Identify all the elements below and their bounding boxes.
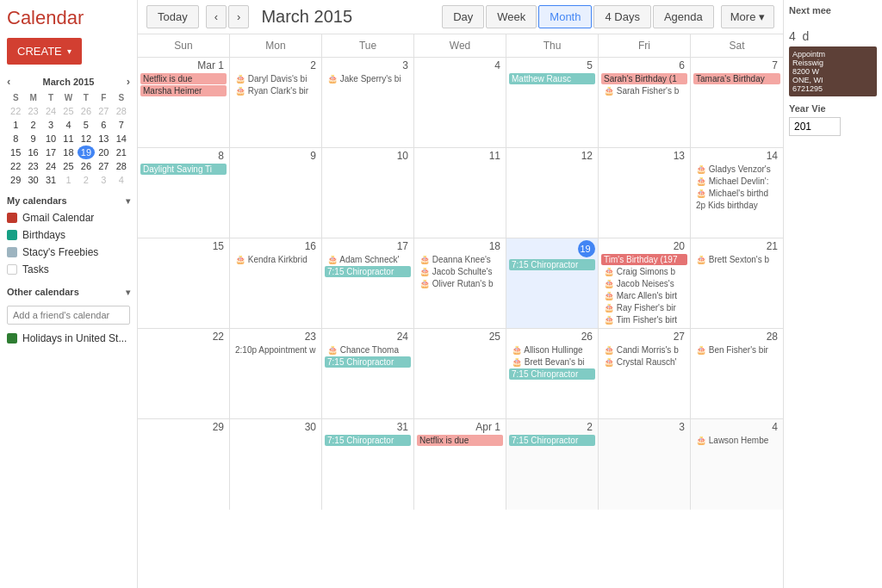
view-btn-agenda[interactable]: Agenda [653, 5, 714, 28]
mini-cal-day[interactable]: 19 [78, 145, 95, 159]
mini-cal-day[interactable]: 28 [113, 104, 130, 118]
calendar-event[interactable]: 🎂 Chance Thoma [325, 344, 411, 356]
mini-cal-day[interactable]: 21 [113, 145, 130, 159]
next-button[interactable]: › [228, 5, 249, 28]
calendar-event[interactable]: 7:15 Chiropractor [509, 259, 595, 270]
mini-cal-day[interactable]: 2 [24, 118, 41, 132]
mini-cal-day[interactable]: 8 [7, 132, 24, 145]
calendar-event[interactable]: 🎂 Crystal Rausch' [601, 356, 687, 368]
calendar-event[interactable]: 🎂 Jake Sperry's bi [325, 73, 411, 84]
calendar-day[interactable]: 18🎂 Deanna Knee's🎂 Jacob Schulte's🎂 Oliv… [414, 238, 506, 328]
calendar-event[interactable]: Tim's Birthday (197 [601, 254, 687, 265]
more-button[interactable]: More ▾ [721, 5, 774, 28]
calendar-day[interactable]: 16🎂 Kendra Kirkbrid [230, 238, 322, 328]
calendar-event[interactable]: 7:15 Chiropractor [509, 435, 595, 446]
calendar-day[interactable]: 12 [506, 148, 599, 238]
mini-cal-day[interactable]: 26 [78, 104, 95, 118]
mini-cal-day[interactable]: 9 [24, 132, 41, 145]
calendar-event[interactable]: 7:15 Chiropractor [325, 435, 411, 446]
mini-cal-day[interactable]: 27 [95, 104, 112, 118]
mini-cal-day[interactable]: 11 [59, 132, 77, 145]
mini-cal-day[interactable]: 12 [78, 132, 95, 145]
mini-cal-day[interactable]: 28 [113, 159, 130, 173]
calendar-event[interactable]: 🎂 Sarah Fisher's b [601, 85, 687, 96]
calendar-event[interactable]: Marsha Heimer [140, 85, 227, 96]
mini-cal-day[interactable]: 16 [24, 145, 41, 159]
mini-cal-day[interactable]: 22 [7, 159, 24, 173]
calendar-day[interactable]: 10 [322, 148, 414, 238]
calendar-event[interactable]: 🎂 Oliver Rutan's b [417, 278, 503, 289]
my-calendar-item[interactable]: Birthdays [7, 226, 130, 244]
mini-cal-day[interactable]: 5 [78, 118, 95, 132]
mini-cal-day[interactable]: 20 [95, 145, 112, 159]
mini-cal-day[interactable]: 27 [95, 159, 112, 173]
calendar-event[interactable]: 7:15 Chiropractor [509, 368, 595, 380]
calendar-day[interactable]: 25 [414, 329, 506, 418]
mini-cal-day[interactable]: 13 [95, 132, 112, 145]
calendar-event[interactable]: 🎂 Gladys Venzor's [693, 164, 780, 175]
calendar-day[interactable]: 3🎂 Jake Sperry's bi [322, 58, 414, 147]
calendar-event[interactable]: 7:15 Chiropractor [325, 266, 411, 277]
my-calendar-item[interactable]: Stacy's Freebies [7, 244, 130, 261]
calendar-event[interactable]: Matthew Rausc [509, 73, 595, 84]
mini-cal-day[interactable]: 25 [59, 159, 77, 173]
calendar-day[interactable]: 17🎂 Adam Schneck'7:15 Chiropractor [322, 238, 414, 328]
create-button[interactable]: CREATE ▾ [7, 38, 82, 65]
calendar-day[interactable]: 232:10p Appointment w [230, 329, 322, 418]
calendar-event[interactable]: 🎂 Tim Fisher's birt [601, 314, 687, 325]
calendar-day[interactable]: 7Tamara's Birthday [691, 58, 783, 147]
calendar-event[interactable]: 🎂 Jacob Neises's [601, 278, 687, 289]
mini-cal-day[interactable]: 4 [59, 118, 77, 132]
calendar-day[interactable]: 317:15 Chiropractor [322, 419, 414, 510]
calendar-event[interactable]: Netflix is due [140, 73, 227, 84]
mini-cal-day[interactable]: 31 [42, 173, 59, 187]
calendar-day[interactable]: 3 [599, 419, 691, 510]
calendar-day[interactable]: 9 [230, 148, 322, 238]
mini-cal-day[interactable]: 10 [42, 132, 59, 145]
calendar-event[interactable]: 🎂 Ben Fisher's bir [693, 344, 780, 356]
calendar-day[interactable]: 21🎂 Brett Sexton's b [691, 238, 783, 328]
other-calendar-item[interactable]: Holidays in United St... [7, 330, 130, 347]
mini-cal-day[interactable]: 23 [24, 159, 41, 173]
other-calendars-toggle[interactable]: ▾ [126, 288, 130, 297]
calendar-event[interactable]: 🎂 Allison Hullinge [509, 344, 595, 356]
mini-cal-day[interactable]: 30 [24, 173, 41, 187]
calendar-day[interactable]: 13 [599, 148, 691, 238]
calendar-day[interactable]: Mar 1Netflix is dueMarsha Heimer [138, 58, 230, 147]
view-btn-4-days[interactable]: 4 Days [593, 5, 650, 28]
calendar-event[interactable]: Sarah's Birthday (1 [601, 73, 687, 84]
view-btn-day[interactable]: Day [442, 5, 484, 28]
year-input[interactable] [789, 117, 841, 136]
appointment-box[interactable]: Appointm Reisswig 8200 W ONE, WI 6721295 [789, 46, 877, 96]
calendar-day[interactable]: 20Tim's Birthday (197🎂 Craig Simons b🎂 J… [599, 238, 691, 328]
calendar-event[interactable]: 🎂 Candi Morris's b [601, 344, 687, 356]
calendar-event[interactable]: 2:10p Appointment w [233, 344, 319, 356]
mini-cal-day[interactable]: 1 [59, 173, 77, 187]
mini-cal-prev[interactable]: ‹ [7, 75, 10, 88]
calendar-event[interactable]: Netflix is due [417, 435, 503, 446]
calendar-day[interactable]: 29 [138, 419, 230, 510]
calendar-event[interactable]: 🎂 Ryan Clark's bir [233, 85, 319, 96]
calendar-day[interactable]: 27🎂 Candi Morris's b🎂 Crystal Rausch' [599, 329, 691, 418]
mini-cal-day[interactable]: 7 [113, 118, 130, 132]
mini-cal-day[interactable]: 3 [95, 173, 112, 187]
calendar-day[interactable]: 24🎂 Chance Thoma7:15 Chiropractor [322, 329, 414, 418]
calendar-event[interactable]: 🎂 Deanna Knee's [417, 254, 503, 265]
calendar-day[interactable]: 11 [414, 148, 506, 238]
mini-cal-day[interactable]: 25 [59, 104, 77, 118]
prev-button[interactable]: ‹ [206, 5, 227, 28]
my-calendar-item[interactable]: Tasks [7, 261, 130, 278]
calendar-event[interactable]: 🎂 Marc Allen's birt [601, 290, 687, 301]
calendar-event[interactable]: 🎂 Jacob Schulte's [417, 266, 503, 277]
calendar-day[interactable]: 6Sarah's Birthday (1🎂 Sarah Fisher's b [599, 58, 691, 147]
calendar-event[interactable]: 7:15 Chiropractor [325, 356, 411, 368]
mini-cal-day[interactable]: 18 [59, 145, 77, 159]
calendar-day[interactable]: 4🎂 Lawson Hembe [691, 419, 783, 510]
mini-cal-day[interactable]: 23 [24, 104, 41, 118]
mini-cal-day[interactable]: 15 [7, 145, 24, 159]
mini-cal-day[interactable]: 26 [78, 159, 95, 173]
calendar-event[interactable]: 🎂 Adam Schneck' [325, 254, 411, 265]
today-button[interactable]: Today [146, 5, 199, 28]
view-btn-month[interactable]: Month [538, 5, 592, 28]
add-friend-input[interactable] [7, 306, 130, 325]
